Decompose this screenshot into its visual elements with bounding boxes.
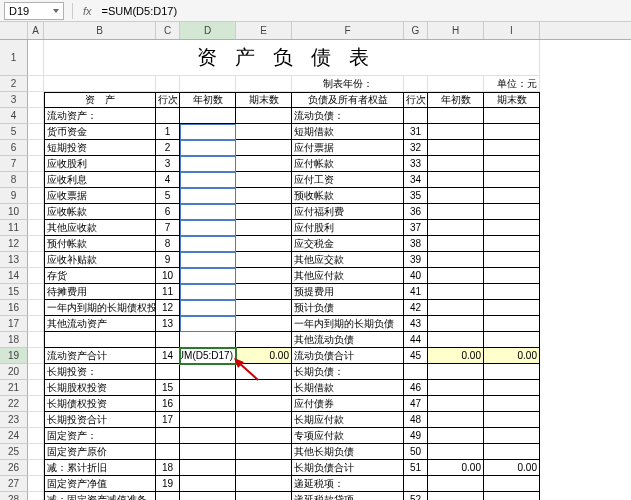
begin-bal[interactable] [180, 172, 236, 188]
begin-bal2[interactable] [428, 156, 484, 172]
begin-bal[interactable] [180, 284, 236, 300]
liab-item[interactable]: 预收帐款 [292, 188, 404, 204]
seq2[interactable]: 37 [404, 220, 428, 236]
end-bal[interactable] [236, 156, 292, 172]
liab-item[interactable]: 长期负债： [292, 364, 404, 380]
col-header-C[interactable]: C [156, 22, 180, 39]
liab-item[interactable]: 长期借款 [292, 380, 404, 396]
end-bal2[interactable] [484, 364, 540, 380]
liab-item[interactable]: 流动负债合计 [292, 348, 404, 364]
row-header[interactable]: 24 [0, 428, 28, 444]
cell[interactable] [28, 188, 44, 204]
seq[interactable]: 12 [156, 300, 180, 316]
liab-item[interactable]: 应付票据 [292, 140, 404, 156]
begin-bal2[interactable] [428, 284, 484, 300]
cell[interactable] [28, 444, 44, 460]
cell[interactable] [44, 76, 156, 92]
begin-bal2[interactable] [428, 268, 484, 284]
begin-bal[interactable] [180, 412, 236, 428]
seq2[interactable] [404, 108, 428, 124]
asset-item[interactable]: 应收票据 [44, 188, 156, 204]
begin-bal[interactable] [180, 460, 236, 476]
cell[interactable] [28, 268, 44, 284]
begin-bal2[interactable]: 0.00 [428, 460, 484, 476]
cell[interactable] [28, 204, 44, 220]
cell[interactable] [28, 348, 44, 364]
liab-item[interactable]: 其他应付款 [292, 268, 404, 284]
seq2[interactable]: 33 [404, 156, 428, 172]
liab-item[interactable]: 流动负债： [292, 108, 404, 124]
row-header[interactable]: 2 [0, 76, 28, 92]
hdr-end2[interactable]: 期末数 [484, 92, 540, 108]
asset-item[interactable]: 货币资金 [44, 124, 156, 140]
cell[interactable] [28, 172, 44, 188]
col-header-H[interactable]: H [428, 22, 484, 39]
row-header[interactable]: 21 [0, 380, 28, 396]
row-header[interactable]: 22 [0, 396, 28, 412]
begin-bal[interactable] [180, 188, 236, 204]
end-bal[interactable] [236, 412, 292, 428]
liab-item[interactable]: 应付工资 [292, 172, 404, 188]
asset-item[interactable]: 固定资产原价 [44, 444, 156, 460]
liab-item[interactable]: 其他流动负债 [292, 332, 404, 348]
begin-bal2[interactable]: 0.00 [428, 348, 484, 364]
row-header[interactable]: 12 [0, 236, 28, 252]
begin-bal2[interactable] [428, 476, 484, 492]
begin-bal[interactable] [180, 380, 236, 396]
begin-bal[interactable] [180, 396, 236, 412]
seq[interactable] [156, 364, 180, 380]
hdr-seq2[interactable]: 行次 [404, 92, 428, 108]
begin-bal[interactable] [180, 108, 236, 124]
liab-item[interactable]: 其他长期负债 [292, 444, 404, 460]
begin-bal2[interactable] [428, 412, 484, 428]
hdr-end[interactable]: 期末数 [236, 92, 292, 108]
end-bal[interactable] [236, 476, 292, 492]
seq[interactable]: 11 [156, 284, 180, 300]
seq[interactable]: 13 [156, 316, 180, 332]
begin-bal2[interactable] [428, 108, 484, 124]
asset-item[interactable]: 预付帐款 [44, 236, 156, 252]
begin-bal[interactable] [180, 428, 236, 444]
seq[interactable]: 19 [156, 476, 180, 492]
row-header[interactable]: 18 [0, 332, 28, 348]
seq[interactable] [156, 492, 180, 500]
unit-label[interactable]: 单位：元 [484, 76, 540, 92]
liab-item[interactable]: 应付帐款 [292, 156, 404, 172]
row-header[interactable]: 1 [0, 40, 28, 76]
row-header[interactable]: 7 [0, 156, 28, 172]
end-bal2[interactable] [484, 252, 540, 268]
cell[interactable] [28, 252, 44, 268]
liab-item[interactable]: 短期借款 [292, 124, 404, 140]
formula-input[interactable]: =SUM(D5:D17) [98, 5, 631, 17]
asset-item[interactable]: 其他应收款 [44, 220, 156, 236]
cell[interactable] [28, 492, 44, 500]
begin-bal2[interactable] [428, 364, 484, 380]
end-bal[interactable] [236, 220, 292, 236]
seq2[interactable] [404, 364, 428, 380]
end-bal[interactable] [236, 204, 292, 220]
liab-item[interactable]: 其他应交款 [292, 252, 404, 268]
seq2[interactable]: 48 [404, 412, 428, 428]
cell[interactable] [28, 284, 44, 300]
hdr-liab[interactable]: 负债及所有者权益 [292, 92, 404, 108]
liab-item[interactable]: 应付福利费 [292, 204, 404, 220]
row-header[interactable]: 23 [0, 412, 28, 428]
seq2[interactable]: 35 [404, 188, 428, 204]
seq2[interactable]: 36 [404, 204, 428, 220]
cell[interactable] [28, 396, 44, 412]
seq2[interactable]: 45 [404, 348, 428, 364]
asset-item[interactable]: 流动资产： [44, 108, 156, 124]
seq[interactable]: 8 [156, 236, 180, 252]
end-bal2[interactable] [484, 428, 540, 444]
end-bal2[interactable] [484, 108, 540, 124]
seq[interactable] [156, 444, 180, 460]
begin-bal2[interactable] [428, 236, 484, 252]
end-bal2[interactable] [484, 172, 540, 188]
col-header-F[interactable]: F [292, 22, 404, 39]
row-header[interactable]: 27 [0, 476, 28, 492]
end-bal2[interactable] [484, 284, 540, 300]
row-header[interactable]: 4 [0, 108, 28, 124]
begin-bal2[interactable] [428, 188, 484, 204]
col-header-E[interactable]: E [236, 22, 292, 39]
asset-item[interactable]: 长期投资： [44, 364, 156, 380]
